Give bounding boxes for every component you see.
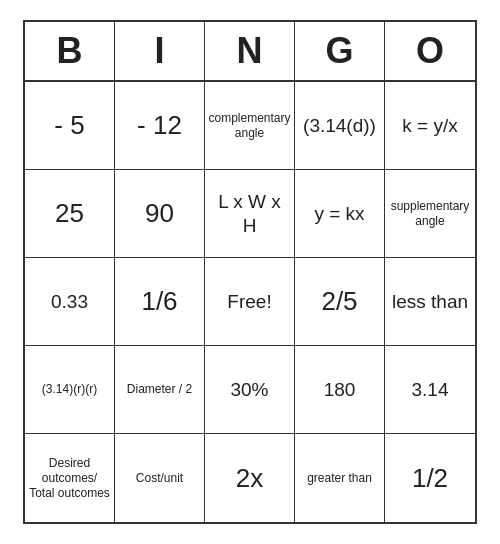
bingo-cell-13: 2/5 [295, 258, 385, 346]
bingo-cell-2: complementary angle [205, 82, 295, 170]
bingo-cell-1: - 12 [115, 82, 205, 170]
bingo-cell-18: 180 [295, 346, 385, 434]
bingo-cell-9: supplementary angle [385, 170, 475, 258]
bingo-cell-24: 1/2 [385, 434, 475, 522]
bingo-cell-11: 1/6 [115, 258, 205, 346]
bingo-cell-12: Free! [205, 258, 295, 346]
bingo-cell-21: Cost/unit [115, 434, 205, 522]
header-cell-b: B [25, 22, 115, 80]
bingo-cell-23: greater than [295, 434, 385, 522]
bingo-grid: - 5- 12complementary angle(3.14(d))k = y… [25, 82, 475, 522]
bingo-cell-3: (3.14(d)) [295, 82, 385, 170]
bingo-cell-8: y = kx [295, 170, 385, 258]
header-cell-o: O [385, 22, 475, 80]
bingo-cell-7: L x W x H [205, 170, 295, 258]
bingo-cell-20: Desired outcomes/ Total outcomes [25, 434, 115, 522]
header-cell-i: I [115, 22, 205, 80]
bingo-card: BINGO - 5- 12complementary angle(3.14(d)… [23, 20, 477, 524]
bingo-cell-17: 30% [205, 346, 295, 434]
bingo-cell-15: (3.14)(r)(r) [25, 346, 115, 434]
header-cell-g: G [295, 22, 385, 80]
bingo-cell-5: 25 [25, 170, 115, 258]
bingo-cell-4: k = y/x [385, 82, 475, 170]
header-cell-n: N [205, 22, 295, 80]
bingo-header: BINGO [25, 22, 475, 82]
bingo-cell-6: 90 [115, 170, 205, 258]
bingo-cell-22: 2x [205, 434, 295, 522]
bingo-cell-10: 0.33 [25, 258, 115, 346]
bingo-cell-14: less than [385, 258, 475, 346]
bingo-cell-16: Diameter / 2 [115, 346, 205, 434]
bingo-cell-19: 3.14 [385, 346, 475, 434]
bingo-cell-0: - 5 [25, 82, 115, 170]
